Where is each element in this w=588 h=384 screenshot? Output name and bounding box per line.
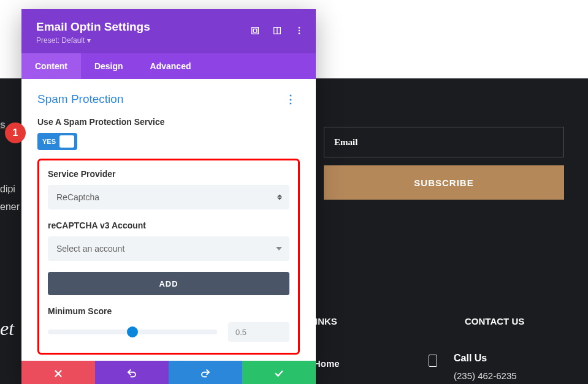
footer-heading-quicklinks: INKS bbox=[315, 316, 337, 326]
section-title[interactable]: Spam Protection bbox=[37, 92, 123, 106]
section-kebab-icon[interactable]: ⋮ bbox=[281, 92, 300, 106]
tab-content[interactable]: Content bbox=[21, 53, 81, 79]
service-provider-select[interactable]: ReCaptcha bbox=[48, 185, 289, 209]
tab-bar: Content Design Advanced bbox=[21, 53, 316, 79]
service-provider-value: ReCaptcha bbox=[56, 192, 99, 202]
phone-icon bbox=[429, 355, 437, 367]
modal-body: Spam Protection ⋮ Use A Spam Protection … bbox=[21, 79, 316, 361]
toggle-state-label: YES bbox=[42, 138, 56, 145]
svg-point-4 bbox=[299, 27, 300, 29]
svg-rect-1 bbox=[253, 29, 256, 32]
service-provider-label: Service Provider bbox=[48, 169, 289, 179]
min-score-label: Minimum Score bbox=[48, 306, 289, 316]
annotation-badge-1: 1 bbox=[5, 122, 26, 143]
subscribe-button[interactable]: SUBSCRIBE bbox=[324, 165, 564, 200]
account-select[interactable]: Select an account bbox=[48, 236, 289, 261]
svg-point-6 bbox=[299, 32, 300, 34]
account-value: Select an account bbox=[56, 244, 124, 254]
email-input[interactable]: Email bbox=[324, 127, 564, 157]
redo-button[interactable] bbox=[169, 361, 242, 384]
email-placeholder: Email bbox=[334, 137, 357, 147]
expand-icon[interactable] bbox=[246, 21, 264, 40]
tab-advanced[interactable]: Advanced bbox=[137, 53, 205, 79]
bg-italic-text: et bbox=[0, 317, 14, 340]
phone-number: (235) 462-6235 bbox=[454, 371, 517, 381]
save-button[interactable] bbox=[242, 361, 316, 384]
use-spam-toggle[interactable]: YES bbox=[37, 133, 77, 150]
add-button[interactable]: ADD bbox=[48, 272, 289, 295]
tab-design[interactable]: Design bbox=[81, 53, 137, 79]
account-label: reCAPTCHA v3 Account bbox=[48, 220, 289, 230]
min-score-input[interactable]: 0.5 bbox=[228, 322, 289, 342]
modal-footer bbox=[21, 361, 316, 384]
svg-point-5 bbox=[299, 30, 300, 32]
min-score-slider[interactable] bbox=[48, 329, 217, 334]
footer-heading-contact: CONTACT US bbox=[465, 316, 524, 326]
bg-text-partial-2: ener bbox=[0, 201, 20, 213]
call-us-label: Call Us bbox=[454, 353, 487, 364]
chevron-down-icon bbox=[276, 247, 282, 250]
highlighted-region: Service Provider ReCaptcha reCAPTCHA v3 … bbox=[37, 159, 300, 355]
slider-thumb[interactable] bbox=[127, 326, 138, 337]
bg-text-partial-1: dipi bbox=[0, 184, 15, 195]
modal-header: Email Optin Settings Preset: Default ▾ bbox=[21, 9, 316, 53]
menu-item-home[interactable]: Home bbox=[314, 358, 340, 369]
updown-icon bbox=[277, 195, 282, 200]
cancel-button[interactable] bbox=[21, 361, 95, 384]
svg-rect-0 bbox=[252, 28, 259, 34]
bg-link-partial[interactable]: s bbox=[0, 119, 6, 130]
columns-icon[interactable] bbox=[268, 21, 286, 40]
undo-button[interactable] bbox=[95, 361, 169, 384]
use-spam-label: Use A Spam Protection Service bbox=[37, 117, 300, 127]
toggle-knob bbox=[59, 135, 74, 148]
kebab-menu-icon[interactable] bbox=[290, 21, 308, 40]
settings-modal: Email Optin Settings Preset: Default ▾ C… bbox=[21, 9, 316, 384]
